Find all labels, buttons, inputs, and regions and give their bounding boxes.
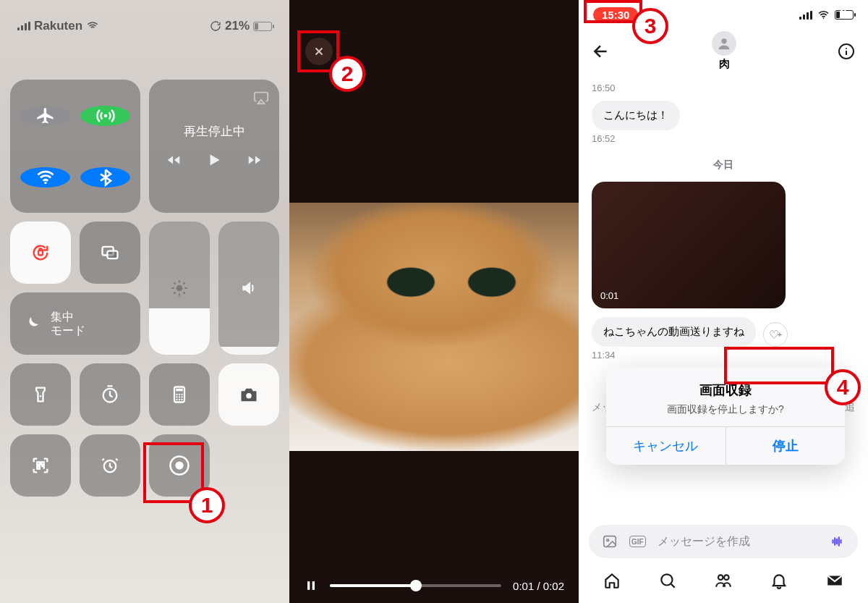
svg-point-33 [607, 539, 609, 541]
volume-slider[interactable] [218, 222, 279, 355]
stop-recording-alert: 画面収録 画面収録を停止しますか? キャンセル 停止 [606, 367, 845, 465]
svg-rect-4 [108, 251, 118, 259]
orientation-lock-tile[interactable] [10, 222, 71, 284]
signal-icon [17, 22, 30, 30]
svg-point-25 [175, 461, 183, 469]
svg-point-19 [246, 393, 251, 398]
qr-tile[interactable] [10, 434, 71, 497]
message-bubble[interactable]: こんにちは！ [592, 101, 680, 130]
callout-2: 2 [329, 56, 365, 92]
control-center-grid: 再生停止中 集中 モード [0, 39, 289, 497]
moon-icon [23, 313, 41, 334]
signal-icon [799, 11, 812, 20]
battery-icon [253, 22, 272, 31]
search-icon[interactable] [658, 571, 677, 590]
wifi-icon [817, 9, 830, 21]
alert-cancel-button[interactable]: キャンセル [606, 427, 726, 465]
svg-rect-32 [604, 536, 616, 547]
day-divider: 今日 [592, 159, 855, 172]
bell-icon[interactable] [770, 571, 788, 590]
recording-indicator[interactable]: 15:30 [593, 7, 638, 22]
timer-icon [100, 384, 120, 405]
carrier-label: Rakuten [34, 19, 82, 33]
airplane-icon [35, 106, 56, 126]
image-icon[interactable] [602, 534, 618, 549]
screen-mirror-tile[interactable] [80, 222, 140, 284]
speaker-icon [239, 278, 258, 298]
alert-stop-button[interactable]: 停止 [726, 427, 846, 465]
svg-point-10 [176, 394, 177, 395]
wifi-icon [86, 20, 99, 33]
alert-title: 画面収録 [618, 381, 833, 399]
compose-placeholder[interactable]: メッセージを作成 [658, 534, 817, 549]
back-button[interactable] [592, 42, 610, 61]
svg-point-0 [103, 114, 107, 117]
screen-control-center: Rakuten 21% 再生停止中 [0, 0, 289, 603]
video-frame[interactable] [289, 203, 579, 451]
message-list[interactable]: 16:50 こんにちは！ 16:52 今日 0:01 ねこちゃんの動画送りますね… [579, 75, 868, 525]
message-bubble[interactable]: ねこちゃんの動画送りますね [592, 317, 756, 347]
seek-bar[interactable] [330, 584, 501, 587]
status-left: Rakuten [17, 19, 99, 33]
tab-bar [579, 564, 868, 603]
svg-rect-9 [176, 389, 182, 392]
svg-point-15 [181, 396, 182, 397]
camera-tile[interactable] [218, 363, 279, 426]
video-controls: 0:01 / 0:02 [289, 578, 579, 593]
chat-title-group[interactable]: 肉 [712, 31, 736, 71]
reaction-button[interactable]: ♡+ [763, 322, 788, 347]
calculator-tile[interactable] [149, 363, 210, 426]
timestamp: 16:50 [592, 83, 855, 93]
info-button[interactable] [838, 43, 855, 60]
alert-body: 画面収録を停止しますか? [618, 403, 833, 416]
battery-percent: 21% [225, 19, 250, 33]
sync-icon [210, 20, 221, 32]
svg-point-35 [718, 575, 723, 580]
svg-point-11 [179, 394, 180, 395]
connectivity-tile[interactable] [10, 80, 140, 213]
wifi-button[interactable] [20, 167, 70, 187]
antenna-icon [95, 106, 116, 126]
status-right: 21% [210, 19, 272, 33]
airplane-button[interactable] [20, 106, 70, 126]
svg-rect-21 [41, 462, 43, 465]
svg-point-34 [662, 574, 673, 585]
screen-video-player: 0:01 / 0:02 2 [289, 0, 579, 603]
media-title: 再生停止中 [184, 123, 245, 140]
timestamp: 16:52 [592, 133, 855, 144]
cellular-button[interactable] [80, 106, 130, 126]
people-icon[interactable] [714, 571, 733, 590]
media-tile[interactable]: 再生停止中 [149, 80, 279, 213]
airplay-icon[interactable] [253, 90, 269, 106]
flashlight-tile[interactable] [10, 363, 71, 426]
timer-tile[interactable] [80, 363, 140, 426]
gif-icon[interactable]: GIF [629, 536, 646, 547]
svg-point-16 [176, 399, 177, 400]
svg-point-13 [176, 396, 177, 397]
focus-label: 集中 モード [51, 310, 85, 337]
bluetooth-icon [95, 167, 116, 187]
close-button[interactable] [305, 38, 333, 65]
play-icon[interactable] [205, 150, 224, 170]
screen-record-tile[interactable] [149, 434, 210, 497]
svg-rect-26 [307, 581, 310, 590]
svg-point-5 [176, 285, 183, 292]
pause-icon[interactable] [304, 578, 318, 593]
flashlight-icon [30, 384, 51, 405]
focus-tile[interactable]: 集中 モード [10, 292, 140, 355]
forward-icon[interactable] [247, 150, 263, 170]
alarm-tile[interactable] [80, 434, 140, 497]
video-thumbnail[interactable]: 0:01 [592, 182, 786, 308]
brightness-slider[interactable] [149, 222, 210, 355]
mail-icon[interactable] [825, 571, 844, 590]
callout-1: 1 [189, 487, 225, 523]
voice-icon[interactable] [829, 534, 845, 549]
home-icon[interactable] [603, 571, 621, 590]
person-icon [716, 35, 732, 51]
compose-bar[interactable]: GIF メッセージを作成 [589, 525, 858, 558]
svg-rect-20 [37, 462, 40, 465]
rewind-icon[interactable] [166, 150, 182, 170]
bluetooth-button[interactable] [80, 167, 130, 187]
seek-thumb[interactable] [410, 580, 422, 591]
svg-point-29 [721, 38, 726, 43]
